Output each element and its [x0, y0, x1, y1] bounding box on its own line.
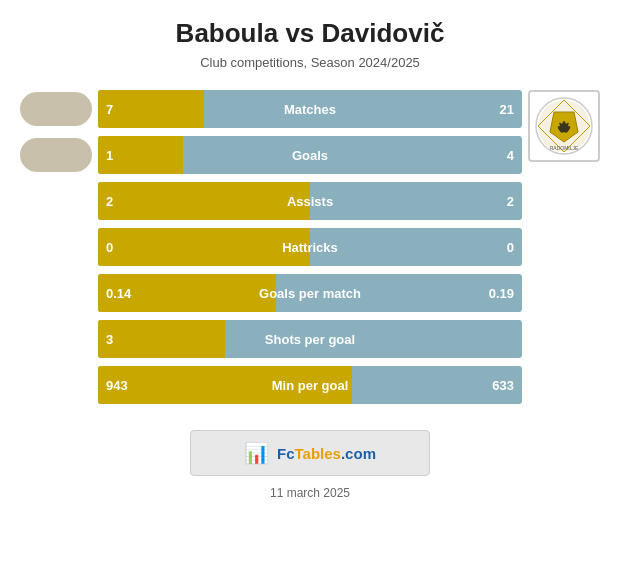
right-val-mpg: 633: [492, 378, 514, 393]
left-avatar-matches: [20, 92, 98, 126]
bar-spg: 3 Shots per goal: [98, 320, 522, 358]
comparison-area: RADOMILJE 7 Matches 21 1: [20, 90, 600, 412]
stat-row-goals: 1 Goals 4: [20, 136, 600, 174]
left-avatar-goals: [20, 138, 98, 172]
right-val-hattricks: 0: [507, 240, 514, 255]
bar-hattricks: 0 Hattricks 0: [98, 228, 522, 266]
right-val-gpm: 0.19: [489, 286, 514, 301]
left-val-gpm: 0.14: [106, 286, 131, 301]
stat-row-goals-per-match: 0.14 Goals per match 0.19: [20, 274, 600, 312]
bar-assists: 2 Assists 2: [98, 182, 522, 220]
label-goals: Goals: [98, 148, 522, 163]
stat-row-spg: 3 Shots per goal: [20, 320, 600, 358]
right-val-matches: 21: [500, 102, 514, 117]
footer-date: 11 march 2025: [270, 486, 350, 500]
fctables-box: 📊 FcTables.com: [190, 430, 430, 476]
left-val-hattricks: 0: [106, 240, 113, 255]
right-team-logo: RADOMILJE: [528, 90, 600, 162]
subtitle: Club competitions, Season 2024/2025: [200, 55, 420, 70]
fctables-label: FcTables.com: [277, 445, 376, 462]
page-title: Baboula vs Davidovič: [176, 18, 445, 49]
stat-row-assists: 2 Assists 2: [20, 182, 600, 220]
right-val-goals: 4: [507, 148, 514, 163]
label-hattricks: Hattricks: [98, 240, 522, 255]
label-assists: Assists: [98, 194, 522, 209]
label-mpg: Min per goal: [98, 378, 522, 393]
stat-row-mpg: 943 Min per goal 633: [20, 366, 600, 404]
stat-row-matches: 7 Matches 21: [20, 90, 600, 128]
label-matches: Matches: [98, 102, 522, 117]
left-val-assists: 2: [106, 194, 113, 209]
bar-goals: 1 Goals 4: [98, 136, 522, 174]
label-gpm: Goals per match: [98, 286, 522, 301]
fctables-icon: 📊: [244, 441, 269, 465]
stats-rows: 7 Matches 21 1 Goals 4 2: [20, 90, 600, 404]
left-val-goals: 1: [106, 148, 113, 163]
stat-row-hattricks: 0 Hattricks 0: [20, 228, 600, 266]
label-spg: Shots per goal: [98, 332, 522, 347]
bar-matches: 7 Matches 21: [98, 90, 522, 128]
left-val-matches: 7: [106, 102, 113, 117]
right-val-assists: 2: [507, 194, 514, 209]
bar-mpg: 943 Min per goal 633: [98, 366, 522, 404]
bar-gpm: 0.14 Goals per match 0.19: [98, 274, 522, 312]
left-val-spg: 3: [106, 332, 113, 347]
left-val-mpg: 943: [106, 378, 128, 393]
svg-text:RADOMILJE: RADOMILJE: [550, 145, 579, 151]
